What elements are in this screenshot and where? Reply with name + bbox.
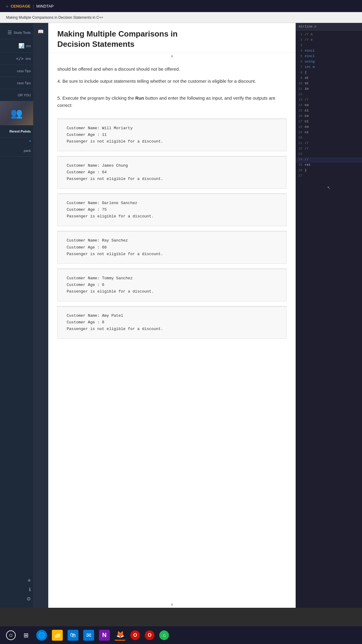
sidebar-item-chapters[interactable]: 📊 ers: [0, 39, 33, 53]
output-line-6-1: Customer Name: Amy Patel: [67, 312, 277, 319]
taskbar-opera2[interactable]: O: [145, 630, 154, 640]
line-content-11: in: [305, 87, 309, 91]
lessons-icon: </>: [16, 56, 24, 61]
taskbar-spotify[interactable]: ♫: [159, 630, 169, 640]
taskbar-edge[interactable]: 🌐: [36, 630, 47, 641]
line-num-16: 16: [296, 114, 305, 118]
output-line-5-1: Customer Name: Tommy Sanchez: [67, 275, 277, 282]
content-panel: Making Multiple Comparisons in Decision …: [48, 23, 296, 608]
cursor-icon: ↖: [296, 181, 362, 194]
line-num-13: 13: [296, 98, 305, 101]
sidebar-item-success-tips-1[interactable]: cess Tips: [0, 65, 33, 77]
mindtap-label: MINDTAP: [36, 4, 54, 8]
line-content-5: #incl: [305, 54, 315, 58]
step4-item: 4. Be sure to include output statements …: [57, 78, 287, 90]
code-line-2: 2 // e: [296, 38, 362, 43]
taskbar-start[interactable]: ○: [6, 630, 16, 640]
taskbar-mail[interactable]: ✉: [83, 630, 94, 641]
code-line-7: 7 int m: [296, 65, 362, 70]
code-line-6: 6 using: [296, 59, 362, 65]
page-title-section: Making Multiple Comparisons in Decision …: [48, 23, 296, 53]
output-line-2-3: Passenger is not eligible for a discount…: [67, 176, 277, 182]
step5-item: 5. Execute the program by clicking the R…: [57, 95, 287, 114]
collapse-arrows[interactable]: «: [6, 4, 8, 8]
output-line-6-2: Customer Age : 8: [67, 319, 277, 326]
scroll-down[interactable]: ∨: [48, 601, 296, 608]
sidebar-item-study-tools[interactable]: ☰ Study Tools: [0, 26, 33, 39]
step4-text: 4. Be sure to include output statements …: [57, 78, 256, 85]
code-panel-header: Airline.c: [296, 23, 362, 30]
share-icon[interactable]: ⎈: [28, 578, 31, 583]
chapters-icon: 📊: [18, 43, 24, 49]
line-num-15: 15: [296, 109, 305, 112]
sidebar-item-back[interactable]: pack: [0, 145, 33, 157]
line-num-25: 25: [296, 163, 305, 167]
code-line-22: 22 //: [296, 146, 362, 152]
line-num-20: 20: [296, 136, 305, 139]
line-num-27: 27: [296, 174, 305, 178]
study-tools-label: Study Tools: [14, 31, 31, 34]
line-num-7: 7: [296, 65, 305, 69]
code-line-19: 19 ci: [296, 130, 362, 136]
sidebar-item-lessons[interactable]: </> ons: [0, 53, 33, 65]
line-num-3: 3: [296, 43, 305, 47]
line-num-24: 24: [296, 158, 305, 161]
title-line2: Decision Statements: [57, 40, 135, 49]
icon-strip: 📖: [33, 23, 48, 608]
taskbar-store[interactable]: 🛍: [68, 630, 78, 641]
line-content-16: co: [305, 114, 309, 118]
taskbar-taskview[interactable]: ⊞: [21, 630, 31, 641]
line-num-18: 18: [296, 125, 305, 129]
people-icon: 👥: [11, 107, 23, 119]
step5-bold: Run: [135, 95, 144, 101]
code-line-13: 13 //: [296, 98, 362, 103]
taskbar: ○ ⊞ 🌐 📁 🛍 ✉ N 🦊 O O ♫: [0, 626, 362, 644]
code-line-10: 10 st: [296, 81, 362, 87]
output-line-1-2: Customer Age : 11: [67, 132, 277, 138]
line-num-23: 23: [296, 152, 305, 156]
line-content-24: //: [305, 158, 309, 161]
line-num-26: 26: [296, 168, 305, 172]
success-tips-1-label: cess Tips: [17, 69, 31, 73]
output-line-5-3: Passenger is eligible for a discount.: [67, 288, 277, 295]
sidebar-item-or-you[interactable]: OR YOU: [0, 89, 33, 101]
line-content-9: st: [305, 76, 309, 80]
code-line-9: 9 st: [296, 76, 362, 81]
code-line-18: 18 co: [296, 125, 362, 130]
back-label: pack: [24, 149, 31, 152]
taskbar-onenote[interactable]: N: [99, 630, 110, 641]
line-num-14: 14: [296, 103, 305, 107]
lessons-label: ons: [25, 57, 31, 60]
output-line-6-3: Passenger is not eligible for a discount…: [67, 326, 277, 332]
cengage-logo: CENGAGE: [11, 4, 30, 8]
sidebar-item-different-points[interactable]: fferent Points: [0, 125, 33, 137]
info-icon[interactable]: ℹ: [29, 587, 31, 592]
code-line-12: 12: [296, 92, 362, 98]
code-line-11: 11 in: [296, 87, 362, 92]
scroll-up[interactable]: ∧: [48, 53, 296, 59]
sidebar-item-success-tips-2[interactable]: cess Tips: [0, 77, 33, 89]
line-content-14: co: [305, 103, 309, 107]
output-line-5-2: Customer Age : 6: [67, 282, 277, 288]
taskbar-explorer[interactable]: 📁: [52, 630, 63, 641]
line-num-4: 4: [296, 49, 305, 53]
output-line-1-1: Customer Name: Will Moriarty: [67, 125, 277, 132]
breadcrumb: Making Multiple Comparisons in Decision …: [0, 12, 362, 23]
book-icon[interactable]: 📖: [35, 26, 46, 37]
line-content-18: co: [305, 125, 309, 129]
line-num-10: 10: [296, 82, 305, 85]
line-content-26: }: [305, 168, 307, 172]
line-content-4: #incl: [305, 49, 315, 53]
taskbar-firefox[interactable]: 🦊: [115, 630, 125, 641]
line-content-7: int m: [305, 65, 315, 69]
taskbar-opera1[interactable]: O: [130, 630, 140, 640]
code-line-21: 21 //: [296, 141, 362, 146]
code-line-24: 24 //: [296, 157, 362, 163]
code-line-25: 25 ret: [296, 163, 362, 168]
dot-indicator: •: [0, 137, 33, 145]
output-line-3-1: Customer Name: Darlene Sanchez: [67, 200, 277, 207]
settings-icon[interactable]: ⚙: [27, 596, 31, 602]
line-num-19: 19: [296, 130, 305, 134]
content-body[interactable]: should be offered and when a discount sh…: [48, 59, 296, 601]
line-content-15: ci: [305, 109, 309, 112]
